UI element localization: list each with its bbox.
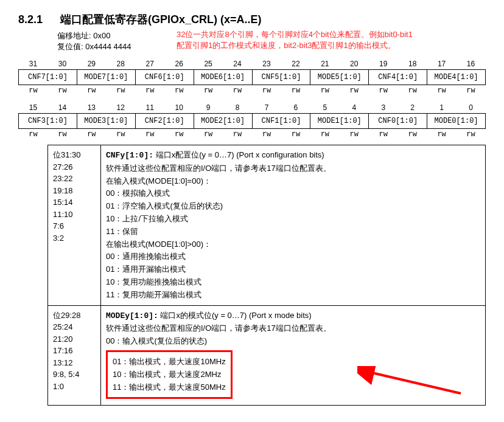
bitnum: 16 xyxy=(457,58,486,70)
bitfield: MODE1[1:0] xyxy=(310,114,369,129)
bitnum: 30 xyxy=(47,58,77,70)
annotation-line1: 32位一共对应8个引脚，每个引脚对应4个bit位来配置。例如bit0-bit1 xyxy=(177,30,413,39)
bitrw-row-low: rw rw rw rw rw rw rw rw rw rw rw rw rw r… xyxy=(19,129,486,140)
bits-item: 19:18 xyxy=(53,185,96,197)
bitcell-row-low: CNF3[1:0] MODE3[1:0] CNF2[1:0] MODE2[1:0… xyxy=(19,114,486,129)
bitnum-row-high: 31 30 29 28 27 26 25 24 23 22 21 20 19 1… xyxy=(19,58,486,70)
rw: rw xyxy=(398,129,427,140)
rw: rw xyxy=(47,129,77,140)
desc-line: 11：保留 xyxy=(106,227,138,236)
bitfield: MODE0[1:0] xyxy=(427,114,486,129)
bitnum: 15 xyxy=(19,102,48,114)
desc-line: 01：输出模式，最大速度10MHz xyxy=(113,357,226,366)
bitfield: CNF2[1:0] xyxy=(135,114,194,129)
reset-value: 0x4444 4444 xyxy=(85,42,131,51)
bits-item: 27:26 xyxy=(53,161,96,173)
desc-line: 01：浮空输入模式(复位后的状态) xyxy=(106,201,223,210)
red-annotation: 32位一共对应8个引脚，每个引脚对应4个bit位来配置。例如bit0-bit1 … xyxy=(177,29,504,51)
reset-label: 复位值: xyxy=(57,42,83,51)
bits-item: 3:2 xyxy=(53,232,96,244)
rw: rw xyxy=(135,85,164,97)
bitnum: 8 xyxy=(223,102,252,114)
bits-item: 11:10 xyxy=(53,209,96,221)
rw: rw xyxy=(457,85,486,97)
bitnum: 5 xyxy=(310,102,340,114)
bits-item: 21:20 xyxy=(53,333,96,345)
bits-item: 17:16 xyxy=(53,345,96,357)
rw: rw xyxy=(19,129,48,140)
offset-value: 0x00 xyxy=(93,31,110,40)
bitfield: CNF5[1:0] xyxy=(252,70,310,85)
rw: rw xyxy=(223,85,252,97)
rw: rw xyxy=(194,85,223,97)
section-number: 8.2.1 xyxy=(18,13,43,26)
bitnum: 18 xyxy=(398,58,427,70)
bitnum: 0 xyxy=(457,102,486,114)
bitrw-row-high: rw rw rw rw rw rw rw rw rw rw rw rw rw r… xyxy=(19,85,486,97)
rw: rw xyxy=(369,129,398,140)
bitnum: 29 xyxy=(77,58,106,70)
desc-line: 00：模拟输入模式 xyxy=(106,189,170,198)
desc-column: MODEy[1:0]: 端口x的模式位(y = 0…7) (Port x mod… xyxy=(101,305,486,406)
rw: rw xyxy=(77,85,106,97)
rw: rw xyxy=(106,129,135,140)
desc-line: 软件通过这些位配置相应的I/O端口，请参考表17端口位配置表。 xyxy=(106,164,331,173)
bitfield: MODE4[1:0] xyxy=(427,70,486,85)
bitnum: 19 xyxy=(369,58,398,70)
bits-item: 15:14 xyxy=(53,196,96,209)
bitfield: CNF1[1:0] xyxy=(252,114,310,129)
field-name-cnf: CNFy[1:0]: xyxy=(106,151,153,160)
offset-label: 偏移地址: xyxy=(57,31,91,40)
bits-item: 1:0 xyxy=(53,381,96,393)
field-title: 端口x的模式位(y = 0…7) (Port x mode bits) xyxy=(160,311,311,320)
rw: rw xyxy=(398,85,427,97)
rw: rw xyxy=(340,129,369,140)
bitnum: 28 xyxy=(106,58,135,70)
arrow-icon xyxy=(357,366,467,396)
field-name-mode: MODEy[1:0]: xyxy=(106,311,158,320)
bitfield: CNF4[1:0] xyxy=(369,70,427,85)
bitnum: 11 xyxy=(135,102,164,114)
bitfield: CNF6[1:0] xyxy=(135,70,194,85)
bitnum: 4 xyxy=(340,102,369,114)
bitfield: CNF0[1:0] xyxy=(369,114,427,129)
bits-item: 9:8, 5:4 xyxy=(53,368,96,381)
rw: rw xyxy=(427,129,457,140)
bitfield: MODE3[1:0] xyxy=(77,114,135,129)
bitnum: 3 xyxy=(369,102,398,114)
bit-table-low: 15 14 13 12 11 10 9 8 7 6 5 4 3 2 1 0 CN… xyxy=(18,102,486,140)
bitnum: 7 xyxy=(252,102,281,114)
bitnum: 2 xyxy=(398,102,427,114)
field-title: 端口x配置位(y = 0…7) (Port x configuration bi… xyxy=(156,150,324,159)
rw: rw xyxy=(310,85,340,97)
bitnum: 20 xyxy=(340,58,369,70)
bits-label: 位29:28 xyxy=(53,310,96,322)
bitnum: 14 xyxy=(47,102,77,114)
bitnum: 31 xyxy=(19,58,48,70)
bitnum: 26 xyxy=(164,58,194,70)
annotation-line2: 配置引脚1的工作模式和速度，bit2-bit3配置引脚1的输出模式。 xyxy=(177,41,396,50)
desc-row-mode: 位29:28 25:24 21:20 17:16 13:12 9:8, 5:4 … xyxy=(48,305,486,406)
bit-table-high: 31 30 29 28 27 26 25 24 23 22 21 20 19 1… xyxy=(18,58,486,96)
rw: rw xyxy=(47,85,77,97)
bits-item: 7:6 xyxy=(53,220,96,232)
bitfield: CNF7[1:0] xyxy=(19,70,77,85)
rw: rw xyxy=(77,129,106,140)
svg-line-1 xyxy=(369,372,461,393)
bitnum: 17 xyxy=(427,58,457,70)
bitnum-row-low: 15 14 13 12 11 10 9 8 7 6 5 4 3 2 1 0 xyxy=(19,102,486,114)
bitnum: 10 xyxy=(164,102,194,114)
rw: rw xyxy=(135,129,164,140)
desc-line: 在输入模式(MODE[1:0]=00)： xyxy=(106,176,211,185)
bitnum: 25 xyxy=(194,58,223,70)
bitcell-row-high: CNF7[1:0] MODE7[1:0] CNF6[1:0] MODE6[1:0… xyxy=(19,70,486,85)
desc-line: 11：复用功能开漏输出模式 xyxy=(106,290,201,299)
bits-column: 位29:28 25:24 21:20 17:16 13:12 9:8, 5:4 … xyxy=(48,305,101,406)
rw: rw xyxy=(310,129,340,140)
bits-item: 25:24 xyxy=(53,321,96,333)
desc-line: 00：通用推挽输出模式 xyxy=(106,252,186,261)
desc-line: 01：通用开漏输出模式 xyxy=(106,265,186,274)
rw: rw xyxy=(194,129,223,140)
desc-row-cnf: 位31:30 27:26 23:22 19:18 15:14 11:10 7:6… xyxy=(48,145,486,306)
desc-line: 在输出模式(MODE[1:0]>00)： xyxy=(106,240,211,249)
